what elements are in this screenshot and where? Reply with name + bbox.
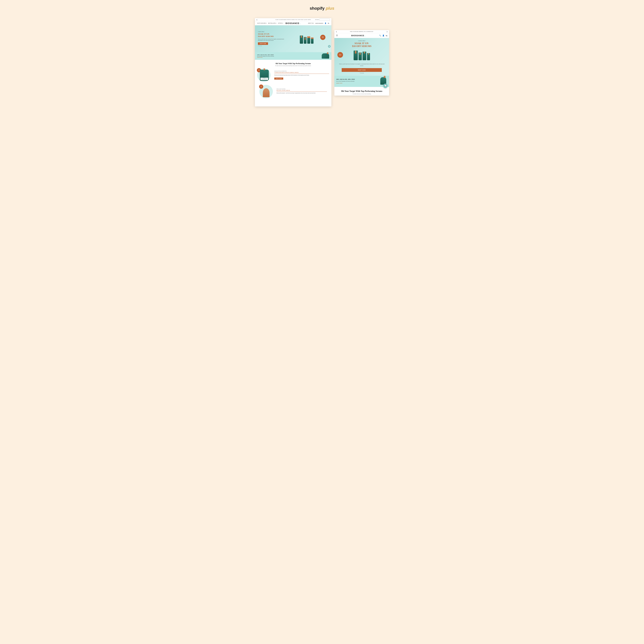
desktop-product-2: $10 OFF FINE LINE FIGHTER: RETINOL NIGHT… [257,85,329,100]
m-bottle-4-cap [368,53,369,55]
desktop-hero-products: PRICE DROP [285,34,328,44]
cart-icon-desktop[interactable]: 🛍 [328,23,329,24]
product-2-category: FINE LINE FIGHTER: [277,89,327,89]
desktop-promo-title: 100% SQUALANE, 100% FREE [257,54,322,55]
desktop-announce-bar: ❮ EARN 100 REWARDS POINTS WHEN YOU JOIN … [255,18,331,21]
desktop-section-heading: Hit Your Target With Top-Performing Seru… [258,62,328,65]
mobile-prev-arrow[interactable]: ❮ [336,31,337,32]
mobile-hero: 3 DAYS ONLY SOAK IT UP: $10 OFF SERUMS P… [334,38,389,76]
account-icon-mobile[interactable]: 👤 [382,35,384,37]
desktop-screen: ❮ EARN 100 REWARDS POINTS WHEN YOU JOIN … [255,18,331,106]
chat-bubble-mobile[interactable]: 💬 [383,84,388,88]
mobile-announce-bar: ❮ FREE STANDARD SHIPPING ON US ORDERS $5… [334,30,389,33]
mobile-days-only: 3 DAYS ONLY [337,40,387,41]
shopify-wordmark: shopify [310,6,325,11]
mobile-product-bottles [337,49,387,62]
desktop-nav-left: SHOP SKINCARE ▾ BESTSELLERS ▾ OFFERS ▾ [257,23,283,24]
mobile-nav-right: 🔍 👤 🛍 [379,35,387,37]
desktop-promo-product [322,53,329,59]
shopify-header: shopify plus [310,3,334,14]
cart-icon-mobile[interactable]: 🛍 [386,35,387,37]
product-1-category: HARD-HITTING HYDRATOR: [274,71,329,72]
search-input-desktop[interactable] [319,19,330,21]
search-icon-mobile[interactable]: 🔍 [379,35,381,37]
prev-arrow-desktop[interactable]: ❮ [256,19,258,20]
chat-bubble-desktop[interactable]: 💬 [328,45,331,48]
mobile-promo-bar: 100% SQUALANE, 100% FREE Free Gift Size … [334,76,389,87]
mobile-next-arrow[interactable]: ❯ [387,31,388,32]
product-2-bottle [263,88,270,97]
bottle-2-cap [305,37,306,40]
desktop-promo-link[interactable]: SHOP NOW [257,57,322,58]
search-label: SEARCH [315,19,319,20]
mobile-section-heading: Hit Your Target With Top-Performing Seru… [337,90,387,93]
screens-container: ❮ EARN 100 REWARDS POINTS WHEN YOU JOIN … [255,18,389,106]
account-icon-desktop[interactable]: 👤 [325,23,326,24]
desktop-hero-headline: SOAK IT UP: $10 OFF SERUMS [258,33,285,37]
desktop-nav-right: ABOUT US ▾ EARN REWARDS 👤 🛍 [308,23,329,24]
desktop-promo-bar: 100% SQUALANE, 100% FREE Free Gift Size … [255,52,331,60]
m-bottle-1 [354,51,358,60]
mobile-hero-products-area: PRICE DROP [337,49,387,62]
desktop-promo-text: 100% SQUALANE, 100% FREE Free Gift Size … [257,54,322,58]
m-bottle-3-cap [364,52,365,53]
product-2-name: RETINOL NIGHT SERUM [277,90,327,92]
mobile-nav-left: ☰ [336,34,338,37]
desktop-view-terms[interactable]: * View terms [258,45,285,46]
mobile-screen: ❮ FREE STANDARD SHIPPING ON US ORDERS $5… [334,30,389,96]
mobile-announce-text: FREE STANDARD SHIPPING ON US ORDERS $50+ [350,31,374,32]
hamburger-menu[interactable]: ☰ [336,34,338,37]
bottle-4-cap [311,37,314,39]
product-1-shop-button[interactable]: SHOP NOW [274,78,283,80]
bottle-4 [311,37,314,44]
bottle-1 [300,35,303,44]
desktop-promo-desc: Free Gift Size Squalane Oil with Any Pur… [257,56,322,57]
nav-offers[interactable]: OFFERS ▾ [278,23,283,24]
m-bottle-1-cap [355,51,356,54]
desktop-hero-shop-button[interactable]: SHOP NOW [258,42,268,45]
mobile-nav: ☰ BIOSSANCE:. 🔍 👤 🛍 [334,33,389,38]
product-1-name: COPPER PEPTIDE RAPID PLUMPING SERUM [274,72,329,74]
nav-about-us[interactable]: ABOUT US ▾ [308,23,314,24]
mobile-section-title: Hit Your Target With Top-Performing Seru… [334,87,389,96]
desktop-product-bottles [300,35,314,44]
nav-bestsellers[interactable]: BESTSELLERS ▾ [268,23,277,24]
desktop-products-row: $10 OFF BIOSSANCE SQUALANE + COPPER PEPT… [255,67,331,106]
mobile-section-subtitle: No matter what your concern, these bests… [337,93,387,94]
mobile-hero-desc: Trust us, you'll want every last drop of… [337,63,387,66]
mobile-promo-content: 100% SQUALANE, 100% FREE Free Gift Size … [336,77,387,85]
m-bottle-2-cap [360,52,361,55]
mobile-promo-desc: Free Gift Size Squalane Oil with Any Pur… [336,81,379,82]
mobile-hero-headline: SOAK IT UP: $10 OFF SERUMS [337,42,387,48]
mobile-hero-shop-button[interactable]: SHOP NOW [342,68,382,72]
bottle-2 [304,37,306,44]
desktop-hero-text: 3 DAYS ONLY SOAK IT UP: $10 OFF SERUMS T… [258,31,285,46]
product-1-detail: HARD-HITTING HYDRATOR: COPPER PEPTIDE RA… [274,71,329,79]
shopify-plus-label: plus [326,6,334,11]
m-bottle-2 [359,52,362,60]
desktop-hero-desc: Trust us, you'll want every last drop of… [258,38,285,41]
desktop-logo: BIOSSANCE:. [285,22,301,24]
bottle-3-cap [307,36,310,38]
bottle-1-cap [301,35,302,38]
mobile-promo-title: 100% SQUALANE, 100% FREE [336,79,379,80]
product-2-image-circle: $10 OFF [259,85,274,98]
nav-earn-rewards[interactable]: EARN REWARDS [315,23,323,24]
desktop-price-drop-badge: PRICE DROP [320,35,325,40]
m-bottle-3 [363,52,366,60]
desktop-section-title: Hit Your Target With Top-Performing Seru… [255,60,331,67]
desktop-nav: SHOP SKINCARE ▾ BESTSELLERS ▾ OFFERS ▾ B… [255,21,331,25]
mobile-promo-link[interactable]: SHOP NOW [336,83,379,84]
search-area-desktop: SEARCH [315,19,330,21]
product-1-desc: Flood skin with instant and long-lasting… [274,75,329,76]
desktop-hero: 3 DAYS ONLY SOAK IT UP: $10 OFF SERUMS T… [255,25,331,52]
mobile-view-terms[interactable]: * View terms [337,73,387,73]
mobile-logo: BIOSSANCE:. [351,34,366,37]
m-bottle-4 [367,53,370,60]
bottle-3 [307,36,310,44]
product-1-bottle: BIOSSANCE SQUALANE + COPPER PEPTIDE RAPI… [260,70,269,81]
desktop-days-only: 3 DAYS ONLY [258,31,285,32]
nav-shop-skincare[interactable]: SHOP SKINCARE ▾ [257,23,267,24]
desktop-section-subtitle: No matter what your concern, these bests… [258,65,328,66]
mobile-promo-text-area: 100% SQUALANE, 100% FREE Free Gift Size … [336,79,379,84]
